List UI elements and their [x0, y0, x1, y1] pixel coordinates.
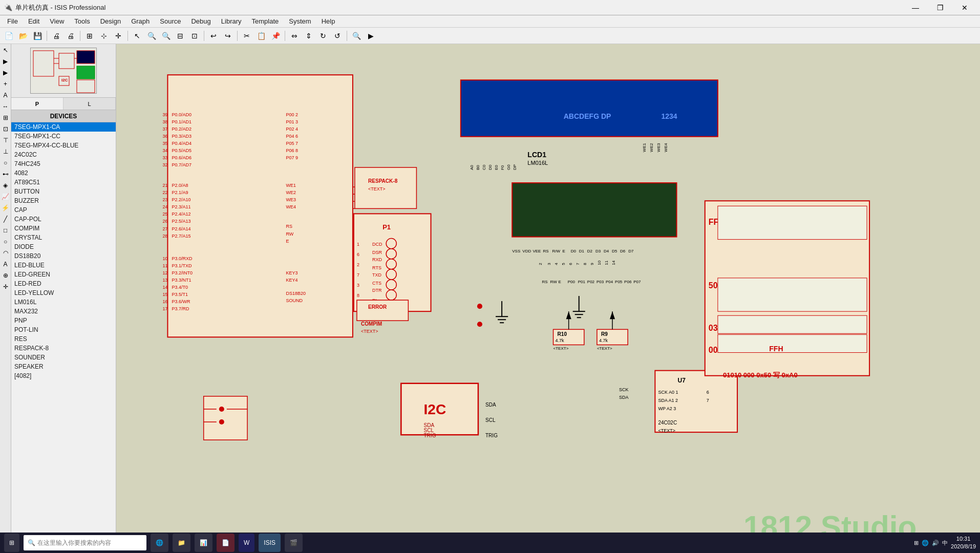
circle-tool[interactable]: ○	[1, 237, 11, 247]
zoom-out-button[interactable]: 🔍	[159, 30, 173, 42]
tray-show-desktop[interactable]: ⊞	[914, 540, 919, 546]
device-item-button[interactable]: BUTTON	[11, 187, 116, 196]
text-tool[interactable]: A	[1, 259, 11, 269]
schematic-canvas[interactable]: P0.0/AD0 P0.1/AD1 P0.2/AD2 P0.3/AD3 P0.4…	[116, 44, 980, 538]
device-item-led-blue[interactable]: LED-BLUE	[11, 261, 116, 270]
snap-button[interactable]: ⊹	[97, 30, 111, 42]
search-box[interactable]: 🔍	[24, 535, 146, 550]
zoom-full-button[interactable]: ⊟	[174, 30, 187, 42]
probe-tool[interactable]: ⊷	[1, 169, 11, 179]
device-item-diode[interactable]: DIODE	[11, 242, 116, 251]
device-item-cap[interactable]: CAP	[11, 205, 116, 215]
menu-item-template[interactable]: Template	[247, 16, 284, 26]
rotate-button[interactable]: ↻	[316, 30, 330, 42]
save-button[interactable]: 💾	[31, 30, 44, 42]
zoom-area-button[interactable]: ⊡	[188, 30, 201, 42]
print2-button[interactable]: 🖨	[64, 30, 77, 42]
battery-tool[interactable]: ⚡	[1, 203, 11, 213]
device-list[interactable]: 7SEG-MPX1-CA7SEG-MPX1-CC7SEG-MPX4-CC-BLU…	[11, 122, 116, 538]
minimize-button[interactable]: —	[904, 1, 927, 14]
device-item-led-yellow[interactable]: LED-YELLOW	[11, 288, 116, 297]
device-item-led-green[interactable]: LED-GREEN	[11, 270, 116, 279]
menu-item-library[interactable]: Library	[216, 16, 247, 26]
box-tool[interactable]: □	[1, 225, 11, 236]
taskbar-video[interactable]: 🎬	[285, 534, 303, 552]
device-item-7seg-mpx4-cc-blue[interactable]: 7SEG-MPX4-CC-BLUE	[11, 141, 116, 150]
arc-tool[interactable]: ◠	[1, 248, 11, 258]
device-item-pot-lin[interactable]: POT-LIN	[11, 325, 116, 334]
menu-item-graph[interactable]: Graph	[126, 16, 155, 26]
zoom-view-button[interactable]: 🔍	[350, 30, 363, 42]
device-item-compim[interactable]: COMPIM	[11, 224, 116, 233]
taskbar-pdf[interactable]: 📄	[217, 534, 235, 552]
device-item-cap-pol[interactable]: CAP-POL	[11, 215, 116, 224]
ground-tool[interactable]: ⊥	[1, 146, 11, 157]
graph-tool[interactable]: 📈	[1, 192, 11, 202]
mirror-v-button[interactable]: ⇕	[302, 30, 315, 42]
device-item-7seg-mpx1-ca[interactable]: 7SEG-MPX1-CA	[11, 122, 116, 132]
terminal-tool[interactable]: ⊡	[1, 124, 11, 134]
device-item-crystal[interactable]: CRYSTAL	[11, 233, 116, 242]
device-item-buzzer[interactable]: BUZZER	[11, 196, 116, 205]
origin-tool[interactable]: ✛	[1, 282, 11, 292]
taskbar-word[interactable]: W	[239, 534, 254, 552]
device-item-respack-8[interactable]: RESPACK-8	[11, 344, 116, 353]
grid-button[interactable]: ⊞	[83, 30, 96, 42]
component-tool[interactable]: ▶	[1, 56, 11, 67]
search-input[interactable]	[37, 539, 142, 546]
taskbar-isis[interactable]: ISIS	[259, 534, 281, 552]
menu-item-view[interactable]: View	[45, 16, 69, 26]
power-tool[interactable]: ⊤	[1, 135, 11, 145]
wire-tool[interactable]: +	[1, 79, 11, 89]
device-item-74hc245[interactable]: 74HC245	[11, 159, 116, 168]
copy-button[interactable]: 📋	[254, 30, 268, 42]
menu-item-debug[interactable]: Debug	[186, 16, 216, 26]
device-item-max232[interactable]: MAX232	[11, 307, 116, 316]
device-item-24c02c[interactable]: 24C02C	[11, 150, 116, 159]
menu-item-help[interactable]: Help	[316, 16, 340, 26]
taskbar-explorer[interactable]: 📁	[173, 534, 190, 552]
taskbar-edge[interactable]: 🌐	[151, 534, 168, 552]
tray-ime[interactable]: 中	[942, 539, 948, 547]
mirror-h-button[interactable]: ⇔	[288, 30, 301, 42]
taskbar-ppt[interactable]: 📊	[195, 534, 212, 552]
device-item-at89c51[interactable]: AT89C51	[11, 178, 116, 187]
rotate2-button[interactable]: ↺	[331, 30, 344, 42]
tray-network[interactable]: 🌐	[922, 540, 929, 546]
device-item-pnp[interactable]: PNP	[11, 316, 116, 325]
start-button[interactable]: ⊞	[4, 534, 19, 552]
new-button[interactable]: 📄	[2, 30, 15, 42]
line-tool[interactable]: ╱	[1, 214, 11, 224]
device-item-speaker[interactable]: SPEAKER	[11, 362, 116, 371]
print-button[interactable]: 🖨	[50, 30, 63, 42]
close-button[interactable]: ✕	[953, 1, 976, 14]
device-item-4082[interactable]: 4082	[11, 168, 116, 178]
label-tool[interactable]: A	[1, 90, 11, 100]
paste-button[interactable]: 📌	[269, 30, 282, 42]
device-item-lm016l[interactable]: LM016L	[11, 297, 116, 307]
bus-tool[interactable]: ↔	[1, 101, 11, 112]
open-button[interactable]: 📂	[16, 30, 30, 42]
menu-item-design[interactable]: Design	[95, 16, 126, 26]
menu-item-edit[interactable]: Edit	[23, 16, 45, 26]
output-tool[interactable]: ○	[1, 158, 11, 168]
symbol-tool[interactable]: ⊕	[1, 270, 11, 281]
tray-volume[interactable]: 🔊	[932, 540, 939, 546]
device-item-res[interactable]: RES	[11, 334, 116, 344]
add-button[interactable]: ✛	[112, 30, 125, 42]
device-item--4082-[interactable]: [4082]	[11, 371, 116, 380]
cut-button[interactable]: ✂	[240, 30, 253, 42]
device-item-7seg-mpx1-cc[interactable]: 7SEG-MPX1-CC	[11, 132, 116, 141]
device-item-led-red[interactable]: LED-RED	[11, 279, 116, 288]
pointer-button[interactable]: ↖	[131, 30, 144, 42]
select-tool[interactable]: ↖	[1, 45, 11, 55]
redo-button[interactable]: ↪	[221, 30, 235, 42]
undo-button[interactable]: ↩	[207, 30, 220, 42]
junction-tool[interactable]: ▶	[1, 68, 11, 78]
zoom-in-button[interactable]: 🔍	[145, 30, 158, 42]
menu-item-file[interactable]: File	[2, 16, 23, 26]
menu-item-system[interactable]: System	[284, 16, 316, 26]
subcircuit-tool[interactable]: ⊞	[1, 113, 11, 123]
menu-item-tools[interactable]: Tools	[69, 16, 95, 26]
simulate-button[interactable]: ▶	[364, 30, 377, 42]
